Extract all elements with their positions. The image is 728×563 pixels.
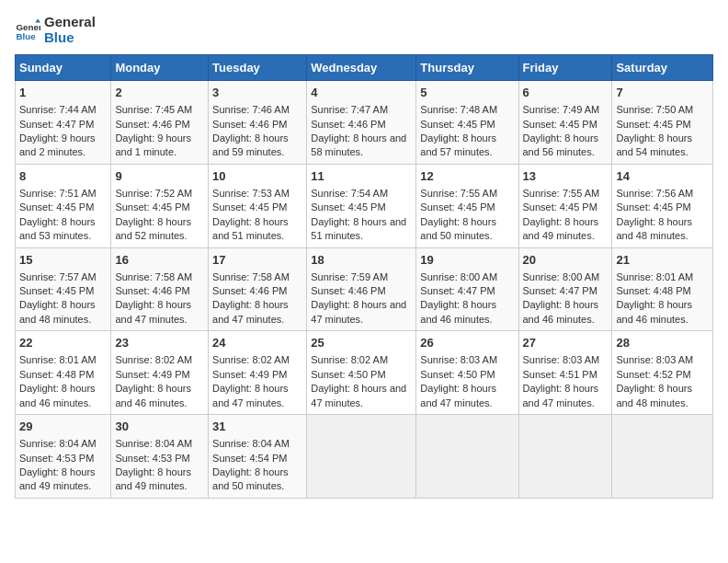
sunrise-text: Sunrise: 8:02 AM [311, 354, 388, 365]
sunset-text: Sunset: 4:45 PM [212, 201, 287, 213]
sunset-text: Sunset: 4:47 PM [420, 285, 495, 296]
sunset-text: Sunset: 4:47 PM [523, 285, 597, 296]
day-header-monday: Monday [111, 55, 209, 81]
calendar-cell: 10Sunrise: 7:53 AMSunset: 4:45 PMDayligh… [209, 164, 307, 247]
calendar-cell: 26Sunrise: 8:03 AMSunset: 4:50 PMDayligh… [416, 331, 518, 415]
daylight-text: Daylight: 8 hours and 48 minutes. [616, 216, 692, 241]
calendar-cell: 28Sunrise: 8:03 AMSunset: 4:52 PMDayligh… [612, 331, 713, 415]
day-number: 2 [115, 85, 204, 101]
daylight-text: Daylight: 8 hours and 48 minutes. [616, 383, 692, 408]
calendar-cell: 16Sunrise: 7:58 AMSunset: 4:46 PMDayligh… [111, 247, 209, 331]
daylight-text: Daylight: 8 hours and 49 minutes. [19, 466, 96, 491]
calendar-cell: 22Sunrise: 8:01 AMSunset: 4:48 PMDayligh… [16, 331, 111, 415]
day-number: 19 [420, 252, 514, 269]
calendar-cell: 18Sunrise: 7:59 AMSunset: 4:46 PMDayligh… [307, 247, 416, 331]
calendar-cell: 2Sunrise: 7:45 AMSunset: 4:46 PMDaylight… [111, 81, 209, 165]
sunrise-text: Sunrise: 7:58 AM [212, 271, 290, 282]
day-number: 24 [212, 335, 302, 351]
calendar-cell: 29Sunrise: 8:04 AMSunset: 4:53 PMDayligh… [16, 415, 111, 499]
calendar-cell: 21Sunrise: 8:01 AMSunset: 4:48 PMDayligh… [612, 247, 713, 331]
day-of-week-header-row: SundayMondayTuesdayWednesdayThursdayFrid… [16, 55, 713, 81]
week-row-3: 15Sunrise: 7:57 AMSunset: 4:45 PMDayligh… [16, 247, 713, 331]
day-header-sunday: Sunday [16, 55, 111, 81]
calendar-cell [612, 415, 713, 499]
svg-text:Blue: Blue [16, 30, 36, 40]
daylight-text: Daylight: 8 hours and 48 minutes. [19, 299, 96, 324]
sunrise-text: Sunrise: 7:56 AM [616, 188, 693, 199]
sunrise-text: Sunrise: 7:47 AM [311, 104, 388, 115]
sunset-text: Sunset: 4:47 PM [19, 119, 94, 130]
sunset-text: Sunset: 4:50 PM [420, 369, 495, 380]
calendar-table: SundayMondayTuesdayWednesdayThursdayFrid… [15, 54, 713, 499]
sunset-text: Sunset: 4:50 PM [311, 369, 385, 380]
daylight-text: Daylight: 8 hours and 49 minutes. [523, 216, 599, 241]
day-number: 29 [19, 419, 107, 435]
sunset-text: Sunset: 4:48 PM [19, 369, 94, 380]
calendar-cell: 27Sunrise: 8:03 AMSunset: 4:51 PMDayligh… [518, 331, 612, 415]
sunrise-text: Sunrise: 8:03 AM [616, 354, 693, 365]
day-number: 26 [420, 335, 514, 351]
sunrise-text: Sunrise: 7:59 AM [311, 271, 388, 282]
sunrise-text: Sunrise: 7:55 AM [523, 188, 600, 199]
sunrise-text: Sunrise: 7:53 AM [212, 188, 290, 199]
day-header-thursday: Thursday [416, 55, 518, 81]
sunrise-text: Sunrise: 7:45 AM [115, 104, 192, 115]
daylight-text: Daylight: 8 hours and 46 minutes. [616, 299, 692, 324]
sunrise-text: Sunrise: 8:04 AM [212, 438, 290, 449]
daylight-text: Daylight: 8 hours and 52 minutes. [115, 216, 191, 241]
calendar-cell: 11Sunrise: 7:54 AMSunset: 4:45 PMDayligh… [307, 164, 416, 247]
day-number: 20 [523, 252, 609, 269]
sunset-text: Sunset: 4:45 PM [523, 201, 597, 213]
sunrise-text: Sunrise: 8:04 AM [115, 438, 192, 449]
daylight-text: Daylight: 8 hours and 53 minutes. [19, 216, 96, 241]
day-number: 12 [420, 168, 514, 185]
calendar-cell: 7Sunrise: 7:50 AMSunset: 4:45 PMDaylight… [612, 81, 713, 165]
daylight-text: Daylight: 8 hours and 54 minutes. [616, 132, 692, 157]
day-number: 6 [523, 85, 609, 101]
daylight-text: Daylight: 8 hours and 47 minutes. [311, 383, 406, 408]
sunset-text: Sunset: 4:46 PM [115, 119, 189, 130]
week-row-2: 8Sunrise: 7:51 AMSunset: 4:45 PMDaylight… [16, 164, 713, 247]
sunrise-text: Sunrise: 8:02 AM [115, 354, 192, 365]
day-number: 30 [115, 419, 204, 435]
sunrise-text: Sunrise: 8:00 AM [420, 271, 497, 282]
calendar-cell: 25Sunrise: 8:02 AMSunset: 4:50 PMDayligh… [307, 331, 416, 415]
calendar-cell: 17Sunrise: 7:58 AMSunset: 4:46 PMDayligh… [209, 247, 307, 331]
day-number: 13 [523, 168, 609, 185]
day-number: 23 [115, 335, 204, 351]
sunrise-text: Sunrise: 7:52 AM [115, 188, 192, 199]
sunrise-text: Sunrise: 8:04 AM [19, 438, 97, 449]
daylight-text: Daylight: 8 hours and 51 minutes. [311, 216, 406, 241]
calendar-cell: 14Sunrise: 7:56 AMSunset: 4:45 PMDayligh… [612, 164, 713, 247]
sunset-text: Sunset: 4:45 PM [311, 201, 385, 213]
sunset-text: Sunset: 4:54 PM [212, 453, 287, 464]
sunset-text: Sunset: 4:46 PM [311, 119, 385, 130]
svg-marker-2 [35, 18, 40, 22]
sunrise-text: Sunrise: 7:54 AM [311, 188, 388, 199]
day-header-wednesday: Wednesday [307, 55, 416, 81]
daylight-text: Daylight: 8 hours and 46 minutes. [523, 299, 599, 324]
calendar-cell [518, 415, 612, 499]
sunset-text: Sunset: 4:45 PM [616, 201, 690, 213]
calendar-cell: 31Sunrise: 8:04 AMSunset: 4:54 PMDayligh… [209, 415, 307, 499]
calendar-cell: 1Sunrise: 7:44 AMSunset: 4:47 PMDaylight… [16, 81, 111, 165]
calendar-cell [307, 415, 416, 499]
daylight-text: Daylight: 8 hours and 57 minutes. [420, 132, 496, 157]
sunset-text: Sunset: 4:46 PM [311, 285, 385, 296]
logo-general-text: General [44, 15, 96, 30]
sunset-text: Sunset: 4:45 PM [420, 119, 495, 130]
daylight-text: Daylight: 8 hours and 47 minutes. [311, 299, 406, 324]
sunrise-text: Sunrise: 7:48 AM [420, 104, 497, 115]
daylight-text: Daylight: 8 hours and 51 minutes. [212, 216, 289, 241]
sunset-text: Sunset: 4:51 PM [523, 369, 597, 380]
day-header-saturday: Saturday [612, 55, 713, 81]
day-number: 17 [212, 252, 302, 269]
day-number: 7 [616, 85, 709, 101]
day-number: 31 [212, 419, 302, 435]
calendar-cell: 20Sunrise: 8:00 AMSunset: 4:47 PMDayligh… [518, 247, 612, 331]
day-number: 15 [19, 252, 107, 269]
calendar-cell: 13Sunrise: 7:55 AMSunset: 4:45 PMDayligh… [518, 164, 612, 247]
calendar-cell: 15Sunrise: 7:57 AMSunset: 4:45 PMDayligh… [16, 247, 111, 331]
sunset-text: Sunset: 4:53 PM [115, 453, 189, 464]
day-number: 16 [115, 252, 204, 269]
